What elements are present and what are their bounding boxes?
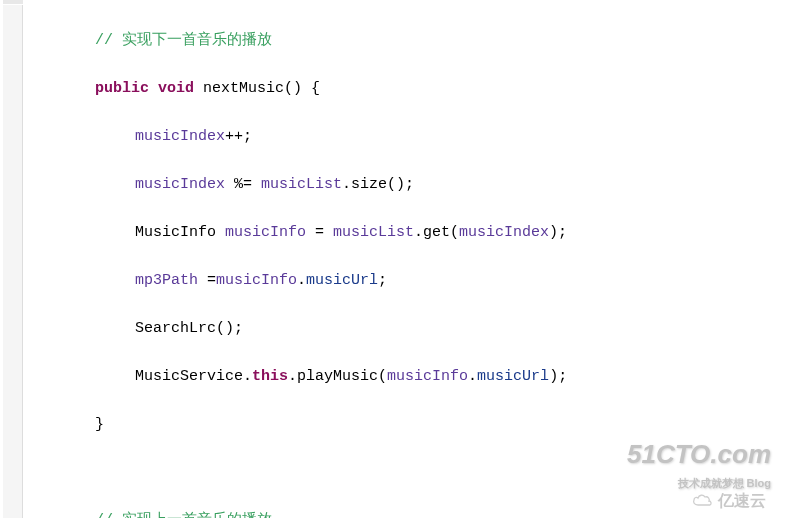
var-musicIndex: musicIndex — [459, 224, 549, 241]
field-musicUrl: musicUrl — [477, 368, 549, 385]
op: %= — [225, 176, 261, 193]
dot: . — [468, 368, 477, 385]
semi: ; — [378, 272, 387, 289]
comment-pre-music: // 实现上一首音乐的播放 — [95, 512, 272, 518]
code-block: // 实现下一首音乐的播放 public void nextMusic() { … — [30, 5, 786, 518]
var-mp3Path: mp3Path — [135, 272, 198, 289]
comment-next-music: // 实现下一首音乐的播放 — [95, 32, 272, 49]
code-editor: // 实现下一首音乐的播放 public void nextMusic() { … — [30, 5, 786, 518]
op: = — [198, 272, 216, 289]
keyword-this: this — [252, 368, 288, 385]
var-musicList: musicList — [333, 224, 414, 241]
op: ++; — [225, 128, 252, 145]
op: = — [306, 224, 333, 241]
type-MusicInfo: MusicInfo — [135, 224, 225, 241]
keyword-public: public — [95, 80, 149, 97]
call-size: .size(); — [342, 176, 414, 193]
var-musicInfo: musicInfo — [216, 272, 297, 289]
var-musicInfo: musicInfo — [225, 224, 306, 241]
brace-close: } — [95, 416, 104, 433]
punct: ); — [549, 368, 567, 385]
var-musicInfo: musicInfo — [387, 368, 468, 385]
punct: ); — [549, 224, 567, 241]
keyword-void: void — [158, 80, 194, 97]
method-name: nextMusic() { — [194, 80, 320, 97]
call-SearchLrc: SearchLrc(); — [135, 320, 243, 337]
gutter-top — [3, 0, 23, 4]
var-musicList: musicList — [261, 176, 342, 193]
type-MusicService: MusicService. — [135, 368, 252, 385]
gutter — [3, 5, 23, 518]
call-get: .get( — [414, 224, 459, 241]
field-musicUrl: musicUrl — [306, 272, 378, 289]
var-musicIndex: musicIndex — [135, 128, 225, 145]
call-playMusic: .playMusic( — [288, 368, 387, 385]
var-musicIndex: musicIndex — [135, 176, 225, 193]
dot: . — [297, 272, 306, 289]
